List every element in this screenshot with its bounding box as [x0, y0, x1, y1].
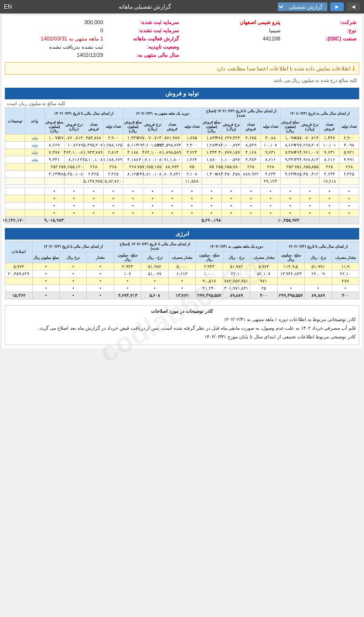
- table-row: •••• •••• •••• ••••: [5, 202, 359, 210]
- table-row: ۴,۹۹۱۸,۶۱۶۳۴۴,۹۶۸,۸۱۳۹,۳۳۱ ۸,۶۱۶۴,۳۸۴۱,۱…: [5, 156, 359, 163]
- energy-row: ۱۱,۹۵۱,۹۹۱۱۱۴,۹,۵ ۵,۹۷۴۵۱,۹۸۲۲,۹۴۳ ۵,۰۰۰…: [5, 263, 359, 270]
- info-icon: ℹ: [352, 65, 355, 72]
- capital-paid-label: سرمایه ثبت نشده:: [106, 27, 182, 35]
- col-rate1: نرخ فروش (ریال): [300, 119, 320, 134]
- type-value: شیمیا: [182, 27, 283, 35]
- table-row: ۲,۳۶۵۴,۶۳۳۷۸۵,۴۵۰,۴۱۲۴,۶۳۳ ۴,۶۳۳۸۸۷,۹۶۲۷…: [5, 171, 359, 178]
- industry-label: صنعت (ISIC):: [283, 35, 360, 43]
- table-row-total: ۱۰,۴۵۵,۹۷۲ ۵,۶۹۰,۱۹۸ ۹,۰۱۵,۹۸۳ ۱۶,۱۴۶,۱۷…: [5, 217, 359, 224]
- top-bar: ◄ ► گزارش تفصیلی گزارش تفصیلی ماهانه EN: [0, 0, 364, 13]
- page-title: گزارش تفصیلی ماهانه: [119, 3, 172, 10]
- section1-sub: کلیه مبالغ به میلیون ریان است: [5, 100, 359, 107]
- energy-row: ۲۷۷ ۹۷۱۷۸۲,۷۵۲,۷۵۱۹۰,۵۱۷ ••• •••: [5, 278, 359, 285]
- company-info-table: شرکت: پترو شیمی اصفهان سرمایه ثبت شده: 3…: [5, 18, 359, 59]
- energy-col-prev: از ابتدای سال مالی تا تاریخ ۱۴۰۲/۰۲/۳۱: [32, 241, 114, 252]
- col-sale3: تعداد فروش: [162, 119, 182, 134]
- header-unit: واحد: [25, 108, 44, 134]
- energy-table: از ابتدای سال مالی تا تاریخ ۱۴۰۲/۰۲/۳۱ د…: [5, 241, 359, 299]
- energy-col-period: دوره یک ماهه منتهی به ۱۴۰۲/۰۲/۳۱: [196, 241, 277, 252]
- note-box: کلیه مبالغ درج شده به میلیون ریال می باش…: [5, 77, 359, 84]
- notes-section: کادر توضیحات در مورد اصلاحات کادر توضیحا…: [5, 305, 359, 345]
- col-prod4: تعداد تولید: [104, 119, 123, 134]
- header-from-start2: از ابتدای سال مالی تا تاریخ ۱۴۰۲/۰۲/۳۱ (…: [202, 108, 280, 119]
- fiscal-year-value: 1402/12/29: [5, 51, 106, 59]
- next-button[interactable]: ►: [330, 2, 344, 11]
- capital-paid-value: 0: [5, 27, 106, 35]
- report-period-value: 1 ماهه منتهی به 1402/03/31: [5, 35, 106, 43]
- energy-row: ۲۲,۱۰۲۲,۰۰۹۱۳,۹۴۲,۸۴۳ ۵۲,۱۰۷۲۲,۱۰۱,۰۰۰ ۶…: [5, 270, 359, 278]
- report-period-label: گزارش فعالیت ماهانه: [106, 35, 182, 43]
- note-item-1: کادر توضیحاتی مربوط به اطلاعات دوره ۱ ما…: [8, 316, 356, 323]
- company-value: پترو شیمی اصفهان: [182, 18, 283, 27]
- section1-title: تولید و فروش: [165, 90, 199, 97]
- notes-title: کادر توضیحات در مورد اصلاحات: [8, 308, 356, 314]
- alert-box: ℹ اطلاعات نمایش داده شده با اطلاعات اعضا…: [5, 62, 359, 75]
- col-rate4: نرخ فروش (ریال): [64, 119, 84, 134]
- header-period: دوره یک ماهه منتهی به ۱۴۰۲/۰۲/۳۱: [123, 108, 202, 119]
- table-row: ۲۶۸۲۶۸۷۵۱,۶۵۵,۸۵۵۲۵۲ ۲۶۸۲۶۸۲۵۵,۶۵۵,۷۸۰۷۵…: [5, 163, 359, 171]
- main-container: شرکت: پترو شیمی اصفهان سرمایه ثبت شده: 3…: [2, 15, 362, 348]
- note-text: کلیه مبالغ درج شده به میلیون ریال می باش…: [273, 78, 357, 83]
- col-prod2: تعداد تولید: [261, 119, 281, 134]
- prev-button[interactable]: ◄: [347, 2, 360, 11]
- col-rate3: نرخ فروش (ریال): [143, 119, 162, 134]
- energy-col-desc: اصلاحات: [5, 241, 33, 263]
- company-label: شرکت:: [283, 18, 360, 27]
- table-row: ۵,۹۲۱۹,۶۳۱۴۶۴,۹۶۱,۰۰۷۷,۳۸۷ ۹,۶۳۱۴,۱۶۸۴۰,…: [5, 149, 359, 156]
- table-row: •••• •••• •••• ••••: [5, 195, 359, 202]
- col-prod3: تعداد تولید: [182, 119, 202, 134]
- col-sale1: تعداد فروش: [320, 119, 339, 134]
- exit-label: EN: [4, 3, 12, 10]
- fiscal-year-label: سال مالی منتهی به:: [106, 51, 182, 59]
- report-select[interactable]: گزارش تفصیلی: [278, 2, 327, 11]
- section1-header: تولید و فروش: [5, 88, 359, 99]
- col-rate2: نرخ فروش (ریال): [221, 119, 241, 134]
- section2-title: انرژی: [175, 230, 189, 237]
- energy-row-total: ۳۰۰۸۹,۸۸۹۲۹۹,۳۹۵,۵۵۷ ۳۰۰۸۹,۸۸۹۲۹۹,۳۹۵,۵۵…: [5, 292, 359, 299]
- energy-col-revised: از ابتدای سال مالی تا تاریخ ۱۴۰۲/۰۲/۳۱ (…: [114, 241, 195, 252]
- col-amt2: مبلغ فروش (میلیون ریال): [202, 119, 221, 134]
- energy-col-from-start: از ابتدای سال مالی تا تاریخ ۱۴۰۲/۰۲/۳۱: [277, 241, 359, 252]
- col-amt3: مبلغ فروش (میلیون ریال): [123, 119, 143, 134]
- note-item-2: قلم آب مصرفی خرداد ۱۴۰۲ به علت عدم وصول،…: [8, 324, 356, 332]
- capital-set-label: سرمایه ثبت شده:: [106, 18, 182, 27]
- header-from-start3: از ابتدای سال مالی تا تاریخ ۱۴۰۲/۰۲/۳۱: [44, 108, 123, 119]
- industry-value: 441108: [182, 35, 283, 43]
- header-desc: توضیحات: [5, 108, 25, 134]
- type-label: نوع:: [283, 27, 360, 35]
- col-prod1: تعداد تولید: [339, 119, 359, 134]
- col-sale2: تعداد فروش: [241, 119, 261, 134]
- header-from-start1: از ابتدای سال مالی به تاریخ ۱۴۰۱/۰۲/۳۱: [280, 108, 359, 119]
- col-amt1: مبلغ فروش (میلیون ریال): [280, 119, 300, 134]
- note-item-3: کادر توضیحی مربوط اطلاعات تجمعی از ابتدا…: [8, 333, 356, 340]
- status-label: وضعیت تاییدیه:: [106, 43, 182, 51]
- table-row: ۳,۰۹۸۱۰,۱۰۱۲۷۷,۲۶۵,۳۰۷۸,۶۶۹ ۱۰,۱۰۷۸,۵۲۹۲…: [5, 142, 359, 149]
- table-row-subtotal: ۱۷,۶۱۸ ۲۹,۱۲۴ ۱۱,۵۷۸ ۵,۸۲,۷۶۰۵,۱۳۷,۹۷۵: [5, 178, 359, 185]
- table-row: •••• •••• •••• ••••: [5, 210, 359, 217]
- energy-row: ••• ۲۵۳۰۱,۹۷۱,۸۳۱۴۱,۲۴۰ ••• •••: [5, 285, 359, 292]
- table-row: ۲,۹۰۰۱,۴۴۷۷۵۷,۰۷۰,۷۱۴۱,۰۹۷ ۳,۰۸۸۴,۶۷۵۳۸۶…: [5, 134, 359, 142]
- section2-header: انرژی: [5, 228, 359, 240]
- production-sales-table: از ابتدای سال مالی به تاریخ ۱۴۰۱/۰۲/۳۱ ا…: [5, 107, 359, 224]
- status-value: ثبت نشده بدریافت نشده: [5, 43, 106, 51]
- capital-set-value: 300,000: [5, 18, 106, 27]
- col-amt4: مبلغ فروش (میلیون ریال): [44, 119, 64, 134]
- table-row: •••• •••• •••• ••••: [5, 188, 359, 195]
- alert-text: اطلاعات نمایش داده شده با اطلاعات اعضا ص…: [216, 66, 351, 72]
- col-sale4: تعداد فروش: [84, 119, 104, 134]
